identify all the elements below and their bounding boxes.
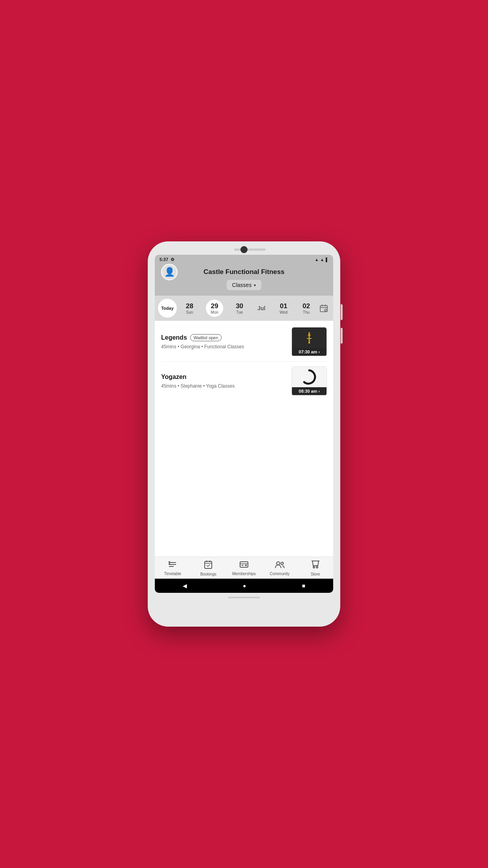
class-thumb-yogazen[interactable]: 08:30 am › [292, 366, 327, 396]
svg-rect-20 [240, 562, 248, 567]
thumb-time-yogazen: 08:30 am [299, 389, 317, 394]
android-back[interactable]: ◀ [183, 583, 187, 589]
nav-label-store: Store [311, 572, 320, 576]
date-day-28: Sun [186, 310, 193, 314]
date-item-30[interactable]: 30 Tue [233, 301, 246, 316]
class-name-row-legends: Legends Waitlist open [161, 334, 292, 341]
thumb-arrow-legends: › [318, 350, 319, 354]
bottom-bar-line [228, 597, 260, 598]
thumb-arrow-yogazen: › [318, 389, 319, 394]
nav-label-bookings: Bookings [200, 572, 216, 576]
class-info-yogazen: Yogazen 45mins • Stephanie • Yoga Classe… [161, 373, 292, 389]
class-name-legends: Legends [161, 334, 187, 341]
side-button [341, 304, 343, 320]
date-num-01: 01 [280, 302, 287, 310]
side-button-2 [341, 328, 343, 344]
class-name-yogazen: Yogazen [161, 373, 187, 381]
waitlist-badge-legends: Waitlist open [190, 334, 222, 341]
thumb-time-legends: 07:30 am [299, 349, 317, 354]
date-item-28[interactable]: 28 Sun [183, 301, 196, 316]
divider [161, 361, 327, 362]
class-meta-yogazen: 45mins • Stephanie • Yoga Classes [161, 383, 235, 389]
class-name-row-yogazen: Yogazen [161, 373, 292, 381]
svg-point-28 [316, 566, 318, 568]
class-card-legends[interactable]: Legends Waitlist open 45mins • Georgina … [161, 327, 327, 357]
date-day-01: Wed [280, 310, 288, 314]
nav-label-memberships: Memberships [232, 572, 256, 576]
settings-icon: ⚙ [171, 257, 174, 262]
dates-row: 28 Sun 29 Mon 30 Tue Jul 01 Wed 02 [178, 300, 317, 317]
nav-item-bookings[interactable]: Bookings [191, 560, 226, 576]
android-nav: ◀ ● ■ [155, 579, 333, 593]
gym-name: Castle Functional Fitness [204, 268, 284, 276]
date-num-02: 02 [303, 302, 310, 310]
phone-frame: 5:37 ⚙ ▲ ▲ ▌ 👤 Castle Functional Fitness… [148, 241, 340, 627]
status-left: 5:37 ⚙ [160, 257, 174, 262]
status-time: 5:37 [160, 257, 168, 262]
speaker [234, 248, 266, 251]
nav-item-memberships[interactable]: Memberships [226, 561, 262, 576]
thumb-time-bar-legends: 07:30 am › [292, 348, 327, 356]
classes-dropdown[interactable]: Classes ▾ [227, 280, 262, 290]
class-card-yogazen[interactable]: Yogazen 45mins • Stephanie • Yoga Classe… [161, 366, 327, 396]
class-thumb-legends[interactable]: 07:30 am › [292, 327, 327, 357]
memberships-icon [240, 561, 248, 570]
nav-item-timetable[interactable]: Timetable [155, 561, 191, 576]
svg-point-25 [281, 562, 283, 565]
header-top: 👤 Castle Functional Fitness [161, 268, 327, 276]
date-day-02: Thu [303, 310, 310, 314]
month-label: Jul [256, 305, 267, 311]
phone-screen: 5:37 ⚙ ▲ ▲ ▌ 👤 Castle Functional Fitness… [155, 255, 333, 593]
date-day-30: Tue [236, 310, 243, 314]
class-meta-legends: 45mins • Georgina • Functional Classes [161, 344, 244, 349]
community-icon [275, 561, 284, 570]
bookings-icon [204, 560, 212, 571]
date-day-29: Mon [211, 310, 218, 314]
phone-top-bar [155, 248, 333, 251]
calendar-strip: Today 28 Sun 29 Mon 30 Tue Jul 01 W [155, 296, 333, 321]
date-num-29: 29 [211, 302, 218, 310]
svg-rect-14 [169, 561, 170, 563]
android-recent[interactable]: ■ [302, 583, 305, 589]
avatar[interactable]: 👤 [161, 264, 178, 280]
app-header: 👤 Castle Functional Fitness Classes ▾ [155, 264, 333, 296]
svg-rect-16 [205, 561, 212, 568]
svg-point-27 [313, 566, 315, 568]
date-item-01[interactable]: 01 Wed [277, 301, 290, 316]
date-item-29[interactable]: 29 Mon [206, 300, 223, 317]
battery-icon: ▌ [326, 257, 328, 262]
dropdown-label: Classes [232, 282, 252, 288]
signal-icon: ▲ [320, 257, 324, 262]
nav-item-community[interactable]: Community [262, 561, 297, 576]
nav-label-community: Community [270, 572, 290, 576]
status-bar: 5:37 ⚙ ▲ ▲ ▌ [155, 255, 333, 264]
thumb-img-legends [292, 327, 327, 348]
calendar-icon-button[interactable] [317, 302, 330, 314]
status-right: ▲ ▲ ▌ [315, 257, 328, 262]
thumb-time-bar-yogazen: 08:30 am › [292, 387, 327, 395]
dropdown-arrow: ▾ [254, 283, 256, 287]
class-info-legends: Legends Waitlist open 45mins • Georgina … [161, 334, 292, 350]
wifi-icon: ▲ [315, 257, 319, 262]
android-home[interactable]: ● [243, 583, 246, 589]
svg-rect-23 [245, 565, 247, 566]
svg-point-24 [277, 562, 280, 565]
thumb-img-yogazen [292, 367, 327, 387]
classes-list: Legends Waitlist open 45mins • Georgina … [155, 321, 333, 557]
avatar-icon: 👤 [164, 267, 175, 277]
nav-label-timetable: Timetable [164, 572, 182, 576]
date-num-28: 28 [186, 302, 193, 310]
today-label: Today [161, 306, 174, 311]
phone-bottom-bar [155, 597, 333, 598]
store-icon [311, 560, 320, 571]
svg-rect-15 [169, 563, 170, 565]
today-button[interactable]: Today [158, 299, 177, 318]
svg-rect-22 [241, 565, 244, 566]
date-num-30: 30 [236, 302, 243, 310]
svg-rect-10 [308, 342, 310, 344]
date-item-02[interactable]: 02 Thu [300, 301, 312, 316]
bottom-nav: Timetable Bookings [155, 557, 333, 579]
camera [240, 246, 248, 253]
timetable-icon [168, 561, 177, 570]
nav-item-store[interactable]: Store [297, 560, 333, 576]
